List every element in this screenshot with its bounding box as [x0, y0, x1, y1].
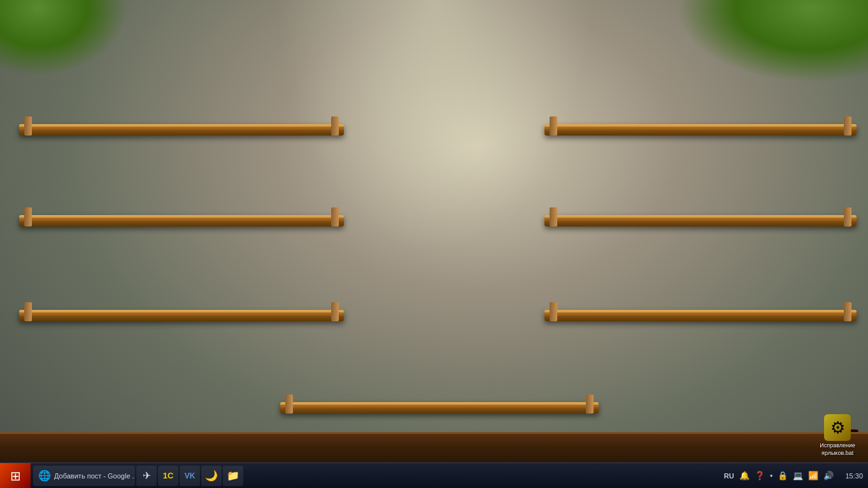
shelves-area: 🖥 Компьютер ⚙ временные ⬇ Загрузки ▲ Goo… — [0, 0, 868, 488]
taskbar-vk-icon: VK — [185, 471, 196, 480]
taskbar-tray: RU 🔔 ❓ ● 🔒 💻 📶 🔊 — [718, 470, 841, 482]
taskbar-items: 🌐 Добавить пост - Google ... ✈ 1С VK 🌙 📁 — [31, 466, 718, 486]
taskbar-item-telegram[interactable]: ✈ — [136, 466, 157, 486]
taskbar-folder-icon: 📁 — [227, 470, 239, 482]
taskbar-chrome-label: Добавить пост - Google ... — [54, 472, 135, 480]
tray-help[interactable]: ❓ — [753, 470, 766, 482]
tray-dot: ● — [769, 471, 774, 480]
taskbar-item-chrome[interactable]: 🌐 Добавить пост - Google ... — [33, 466, 135, 486]
taskbar-item-moon[interactable]: 🌙 — [201, 466, 222, 486]
tray-network[interactable]: 📶 — [807, 470, 820, 482]
clock-time: 15:30 — [845, 472, 863, 480]
taskbar-moon-icon: 🌙 — [205, 470, 218, 482]
tray-volume[interactable]: 🔊 — [822, 470, 835, 482]
taskbar-telegram-icon: ✈ — [143, 470, 151, 482]
taskbar-chrome-icon: 🌐 — [38, 470, 51, 482]
taskbar-item-folder[interactable]: 📁 — [223, 466, 243, 486]
start-icon: ⊞ — [10, 468, 21, 484]
tray-notify[interactable]: 🔔 — [738, 470, 751, 482]
gear-button[interactable]: ⚙ Исправление ярлыков.bat — [820, 414, 855, 456]
taskbar-1c-icon: 1С — [163, 471, 174, 480]
start-button[interactable]: ⊞ — [0, 463, 31, 489]
taskbar-clock[interactable]: 15:30 — [840, 472, 868, 480]
tray-ru[interactable]: RU — [723, 471, 736, 481]
taskbar-item-vk[interactable]: VK — [180, 466, 200, 486]
tray-lock[interactable]: 🔒 — [776, 470, 789, 482]
wood-floor — [0, 432, 868, 463]
taskbar: ⊞ 🌐 Добавить пост - Google ... ✈ 1С VK 🌙… — [0, 463, 868, 488]
gear-label-line1: Исправление — [820, 442, 855, 449]
taskbar-item-1c[interactable]: 1С — [158, 466, 178, 486]
gear-icon: ⚙ — [824, 414, 851, 441]
gear-label-line2: ярлыков.bat — [822, 450, 853, 456]
tray-monitor[interactable]: 💻 — [792, 470, 804, 482]
